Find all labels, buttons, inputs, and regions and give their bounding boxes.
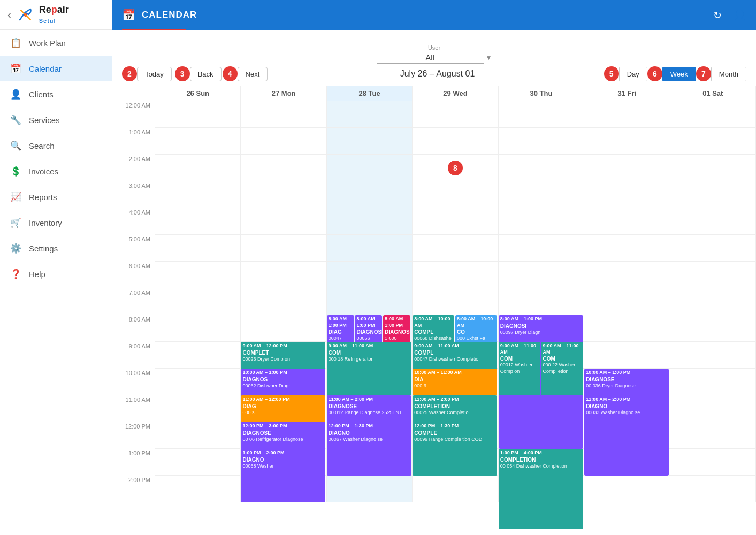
cal-cell-tue-11[interactable]: 11:00 AM – 2:00 PM DIAGNOSE 00 012 Range… bbox=[327, 395, 413, 422]
cal-cell-wed-8[interactable]: 8:00 AM – 10:00 AM COMPL 00068 Dishsashe… bbox=[413, 315, 498, 342]
sidebar-item-clients[interactable]: 👤 Clients bbox=[0, 81, 112, 107]
cal-cell-tue-1[interactable] bbox=[327, 128, 413, 155]
cal-cell-wed-11[interactable]: 11:00 AM – 2:00 PM COMPLETION 00025 Wash… bbox=[413, 395, 498, 422]
cal-cell-thu-1[interactable] bbox=[499, 128, 584, 155]
cal-cell-sat-14[interactable] bbox=[670, 476, 756, 502]
cal-cell-sun-3[interactable] bbox=[155, 181, 241, 208]
cal-cell-thu-4[interactable] bbox=[499, 208, 584, 235]
cal-cell-fri-11[interactable]: 11:00 AM – 2:00 PM DIAGNO 00033 Washer D… bbox=[584, 395, 670, 422]
cal-cell-mon-3[interactable] bbox=[241, 181, 326, 208]
cal-cell-sun-0[interactable] bbox=[155, 101, 241, 128]
cal-cell-wed-4[interactable] bbox=[413, 208, 498, 235]
calendar-event[interactable]: 12:00 PM – 1:30 PM COMPLE 00099 Range Co… bbox=[413, 422, 497, 476]
cal-cell-tue-6[interactable] bbox=[327, 262, 413, 288]
cal-cell-thu-6[interactable] bbox=[499, 262, 584, 288]
cal-cell-fri-5[interactable] bbox=[584, 235, 670, 262]
cal-cell-mon-1[interactable] bbox=[241, 128, 326, 155]
cal-cell-sat-11[interactable] bbox=[670, 395, 756, 422]
cal-cell-sun-4[interactable] bbox=[155, 208, 241, 235]
cal-cell-wed-3[interactable] bbox=[413, 181, 498, 208]
cal-cell-mon-7[interactable] bbox=[241, 288, 326, 315]
cal-cell-thu-0[interactable] bbox=[499, 101, 584, 128]
calendar-event[interactable]: 10:00 AM – 11:00 AM DIA 000 6 bbox=[413, 369, 497, 395]
cal-cell-sat-1[interactable] bbox=[670, 128, 756, 155]
cal-cell-sun-8[interactable] bbox=[155, 315, 241, 342]
cal-cell-mon-9[interactable]: 9:00 AM – 12:00 PM COMPLET 00026 Dryer C… bbox=[241, 342, 326, 369]
cal-cell-sat-12[interactable] bbox=[670, 422, 756, 449]
cal-cell-wed-7[interactable] bbox=[413, 288, 498, 315]
cal-cell-wed-12[interactable]: 12:00 PM – 1:30 PM COMPLE 00099 Range Co… bbox=[413, 422, 498, 449]
cal-cell-wed-2[interactable]: 8 bbox=[413, 155, 498, 181]
calendar-event[interactable]: 1:00 PM – 2:00 PM DIAGNO 00058 Washer bbox=[241, 449, 325, 476]
back-arrow-icon[interactable]: ‹ bbox=[7, 9, 11, 21]
sidebar-item-help[interactable]: ❓ Help bbox=[0, 261, 112, 287]
next-button[interactable]: Next bbox=[238, 67, 268, 81]
cal-cell-thu-13[interactable]: 1:00 PM – 4:00 PM COMPLETION 00 054 Dish… bbox=[499, 449, 584, 476]
cal-cell-sat-4[interactable] bbox=[670, 208, 756, 235]
sidebar-item-reports[interactable]: 📈 Reports bbox=[0, 184, 112, 210]
cal-cell-tue-9[interactable]: 9:00 AM – 11:00 AM COM 000 18 Refri gera… bbox=[327, 342, 413, 369]
sidebar-item-settings[interactable]: ⚙️ Settings bbox=[0, 235, 112, 261]
cal-cell-fri-0[interactable] bbox=[584, 101, 670, 128]
calendar-event[interactable]: 11:00 AM – 12:00 PM DIAG 000 s bbox=[241, 395, 325, 422]
cal-cell-mon-12[interactable]: 12:00 PM – 3:00 PM DIAGNOSE 00 06 Refrig… bbox=[241, 422, 326, 449]
cal-cell-mon-4[interactable] bbox=[241, 208, 326, 235]
day-view-button[interactable]: Day bbox=[619, 67, 647, 81]
cal-cell-fri-9[interactable] bbox=[584, 342, 670, 369]
cal-cell-sun-5[interactable] bbox=[155, 235, 241, 262]
cal-cell-fri-6[interactable] bbox=[584, 262, 670, 288]
cal-cell-sun-12[interactable] bbox=[155, 422, 241, 449]
cal-cell-mon-8[interactable] bbox=[241, 315, 326, 342]
calendar-event[interactable]: 9:00 AM – 11:00 AM COM 00012 Wash er Com… bbox=[499, 342, 540, 395]
cal-cell-thu-8[interactable]: 8:00 AM – 1:00 PM DIAGNOSI 00097 Dryer D… bbox=[499, 315, 584, 342]
cal-cell-sun-7[interactable] bbox=[155, 288, 241, 315]
cal-cell-fri-3[interactable] bbox=[584, 181, 670, 208]
week-view-button[interactable]: Week bbox=[662, 67, 696, 81]
calendar-event[interactable]: 9:00 AM – 11:00 AM COM 000 18 Refri gera… bbox=[327, 342, 411, 395]
calendar-event[interactable]: 1:00 PM – 4:00 PM COMPLETION 00 054 Dish… bbox=[499, 449, 583, 529]
month-view-button[interactable]: Month bbox=[711, 67, 746, 81]
cal-cell-wed-9[interactable]: 9:00 AM – 11:00 AM COMPL 00047 Dishwashe… bbox=[413, 342, 498, 369]
cal-cell-tue-3[interactable] bbox=[327, 181, 413, 208]
cal-cell-tue-14[interactable] bbox=[327, 476, 413, 502]
cal-cell-sat-3[interactable] bbox=[670, 181, 756, 208]
cal-cell-sat-8[interactable] bbox=[670, 315, 756, 342]
cal-cell-sun-11[interactable] bbox=[155, 395, 241, 422]
cal-cell-sun-10[interactable] bbox=[155, 369, 241, 395]
cal-cell-wed-14[interactable] bbox=[413, 476, 498, 502]
back-button[interactable]: Back bbox=[190, 67, 222, 81]
calendar-event[interactable]: 11:00 AM – 2:00 PM DIAGNO 00033 Washer D… bbox=[584, 395, 669, 476]
sidebar-item-work-plan[interactable]: 📋 Work Plan bbox=[0, 30, 112, 56]
cal-cell-wed-1[interactable] bbox=[413, 128, 498, 155]
cal-cell-tue-2[interactable] bbox=[327, 155, 413, 181]
user-select[interactable]: All bbox=[377, 52, 484, 64]
cal-cell-mon-5[interactable] bbox=[241, 235, 326, 262]
sidebar-item-calendar[interactable]: 📅 Calendar bbox=[0, 56, 112, 81]
user-button[interactable]: 👤 bbox=[734, 9, 746, 21]
cal-cell-sat-10[interactable] bbox=[670, 369, 756, 395]
sidebar-item-inventory[interactable]: 🛒 Inventory bbox=[0, 210, 112, 235]
refresh-button[interactable]: ↻ bbox=[713, 9, 722, 21]
cal-cell-mon-6[interactable] bbox=[241, 262, 326, 288]
cal-cell-sat-5[interactable] bbox=[670, 235, 756, 262]
cal-cell-sat-6[interactable] bbox=[670, 262, 756, 288]
cal-cell-thu-2[interactable] bbox=[499, 155, 584, 181]
cal-cell-mon-2[interactable] bbox=[241, 155, 326, 181]
sidebar-item-invoices[interactable]: 💲 Invoices bbox=[0, 158, 112, 184]
cal-cell-fri-8[interactable] bbox=[584, 315, 670, 342]
cal-cell-mon-0[interactable] bbox=[241, 101, 326, 128]
cal-cell-wed-0[interactable] bbox=[413, 101, 498, 128]
cal-cell-tue-0[interactable] bbox=[327, 101, 413, 128]
cal-cell-sun-14[interactable] bbox=[155, 476, 241, 502]
cal-cell-wed-10[interactable]: 10:00 AM – 11:00 AM DIA 000 6 bbox=[413, 369, 498, 395]
cal-cell-sun-13[interactable] bbox=[155, 449, 241, 476]
cal-cell-mon-13[interactable]: 1:00 PM – 2:00 PM DIAGNO 00058 Washer bbox=[241, 449, 326, 476]
cal-cell-tue-8[interactable]: 8:00 AM – 1:00 PM DIAG 00047 Refrigerato… bbox=[327, 315, 413, 342]
calendar-event[interactable]: 12:00 PM – 1:30 PM DIAGNO 00067 Washer D… bbox=[327, 422, 411, 476]
cal-cell-thu-9[interactable]: 9:00 AM – 11:00 AM COM 00012 Wash er Com… bbox=[499, 342, 584, 369]
cal-cell-fri-1[interactable] bbox=[584, 128, 670, 155]
calendar-event[interactable]: 9:00 AM – 11:00 AM COM 000 22 Washer Com… bbox=[541, 342, 583, 395]
cal-cell-sat-0[interactable] bbox=[670, 101, 756, 128]
cal-cell-tue-7[interactable] bbox=[327, 288, 413, 315]
cal-cell-wed-5[interactable] bbox=[413, 235, 498, 262]
